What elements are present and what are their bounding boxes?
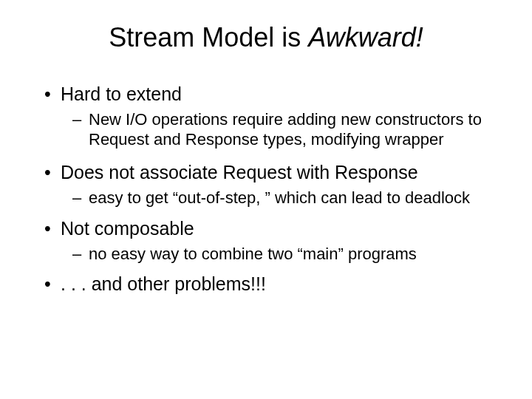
subbullet-out-of-step: easy to get “out-of-step, ” which can le… xyxy=(44,188,488,208)
title-row: Stream Model is Awkward! xyxy=(44,22,488,53)
slide-title-part1: Stream Model is xyxy=(109,22,308,52)
subbullet-io-operations: New I/O operations require adding new co… xyxy=(44,110,488,149)
slide-title-part2: Awkward! xyxy=(308,22,423,52)
bullet-request-response: Does not associate Request with Response xyxy=(44,161,488,184)
bullet-not-composable: Not composable xyxy=(44,217,488,240)
subbullet-combine-main: no easy way to combine two “main” progra… xyxy=(44,245,488,264)
slide: Stream Model is Awkward! Hard to extend … xyxy=(0,0,532,399)
bullet-list: Hard to extend New I/O operations requir… xyxy=(44,83,488,296)
bullet-other-problems: . . . and other problems!!! xyxy=(44,273,488,296)
bullet-hard-to-extend: Hard to extend xyxy=(44,83,488,106)
